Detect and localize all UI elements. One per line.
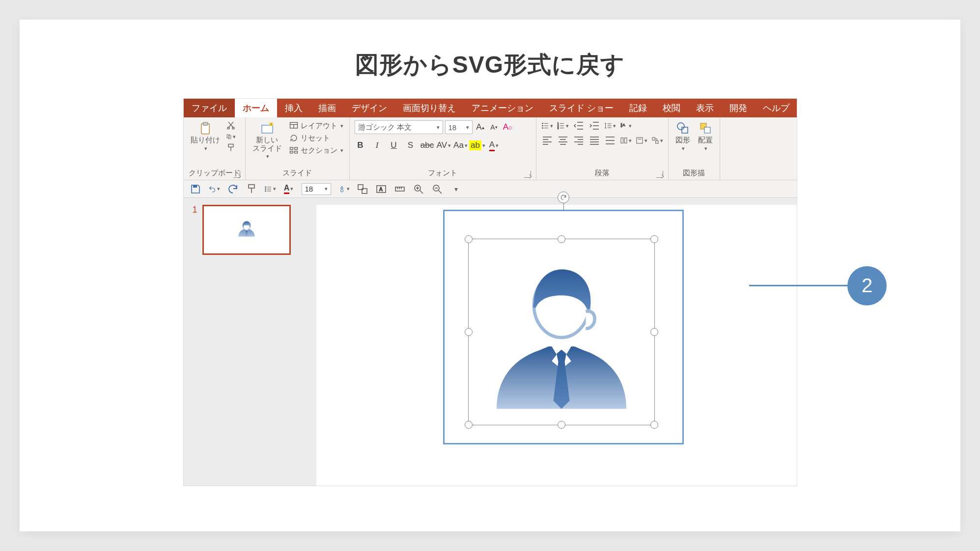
arrange-icon xyxy=(699,121,712,135)
align-text-icon[interactable]: ▾ xyxy=(636,135,647,146)
line-spacing-icon[interactable]: ▾ xyxy=(604,120,616,131)
tab-help[interactable]: ヘルプ xyxy=(755,99,797,117)
font-color-button[interactable]: A▾ xyxy=(488,140,500,151)
shadow-button[interactable]: S xyxy=(405,140,417,151)
resize-handle[interactable] xyxy=(650,235,658,243)
tab-home[interactable]: ホーム xyxy=(235,99,277,117)
svg-point-63 xyxy=(677,123,684,130)
resize-handle[interactable] xyxy=(650,328,658,336)
underline-button[interactable]: U xyxy=(388,140,400,151)
font-size-combo[interactable]: 18▾ xyxy=(445,120,473,134)
tab-review[interactable]: 校閲 xyxy=(655,99,688,117)
rotate-handle[interactable] xyxy=(558,192,569,203)
ribbon-tabs: ファイル ホーム 挿入 描画 デザイン 画面切り替え アニメーション スライド … xyxy=(184,99,797,117)
shapes-qat-icon[interactable]: ▾ xyxy=(338,183,350,195)
tab-developer[interactable]: 開発 xyxy=(722,99,755,117)
section-icon xyxy=(289,145,299,155)
resize-handle[interactable] xyxy=(558,235,565,243)
selection-inner[interactable] xyxy=(468,239,655,425)
resize-handle[interactable] xyxy=(558,421,565,429)
columns-icon[interactable]: ▾ xyxy=(620,135,632,146)
outdent-icon[interactable] xyxy=(573,120,585,131)
resize-handle[interactable] xyxy=(650,421,658,429)
smartart-icon[interactable]: ▾ xyxy=(651,135,663,146)
font-name-combo[interactable]: 游ゴシック 本文▾ xyxy=(355,120,443,134)
font-color-icon[interactable]: A▾ xyxy=(283,183,295,195)
tab-transitions[interactable]: 画面切り替え xyxy=(395,99,464,117)
step-number-badge: 2 xyxy=(847,266,887,305)
new-slide-button[interactable]: 新しい スライド ▾ xyxy=(251,120,284,161)
svg-point-3 xyxy=(232,127,234,129)
shrink-font-icon[interactable]: A▾ xyxy=(488,122,500,133)
tutorial-slide: 図形からSVG形式に戻す ファイル ホーム 挿入 描画 デザイン 画面切り替え … xyxy=(20,20,960,531)
resize-handle[interactable] xyxy=(465,235,473,243)
tab-slideshow[interactable]: スライド ショー xyxy=(541,99,621,117)
strike-button[interactable]: abc xyxy=(421,140,433,151)
align-left-icon[interactable] xyxy=(541,135,553,146)
group-icon[interactable] xyxy=(357,183,368,195)
qat-more-icon[interactable]: ▾ xyxy=(450,183,462,195)
change-case-button[interactable]: Aa▾ xyxy=(455,140,467,151)
qat-font-size[interactable]: 18▾ xyxy=(302,183,331,195)
text-box-icon[interactable]: A xyxy=(375,183,387,195)
zoom-in-icon[interactable] xyxy=(413,183,424,195)
format-painter-icon[interactable] xyxy=(246,183,257,195)
highlight-button[interactable]: ab▾ xyxy=(472,140,483,151)
paste-button[interactable]: 貼り付け ▾ xyxy=(189,120,222,153)
text-direction-icon[interactable]: ‖A▾ xyxy=(620,120,632,131)
format-painter-icon[interactable] xyxy=(226,143,236,153)
indent-icon[interactable] xyxy=(588,120,600,131)
tab-design[interactable]: デザイン xyxy=(344,99,395,117)
cut-icon[interactable] xyxy=(226,120,236,130)
italic-button[interactable]: I xyxy=(371,140,383,151)
resize-handle[interactable] xyxy=(465,328,473,336)
numbering-icon[interactable]: 123▾ xyxy=(557,120,569,131)
svg-text:A: A xyxy=(379,187,383,192)
zoom-out-icon[interactable] xyxy=(431,183,443,195)
svg-rect-6 xyxy=(228,144,233,147)
svg-rect-66 xyxy=(704,127,710,133)
reset-button[interactable]: リセット xyxy=(288,133,344,143)
dialog-launcher-icon[interactable] xyxy=(656,171,663,178)
justify-icon[interactable] xyxy=(588,135,600,146)
resize-handle[interactable] xyxy=(465,421,473,429)
arrange-button[interactable]: 配置 ▾ xyxy=(696,120,715,153)
svg-rect-68 xyxy=(249,185,254,188)
group-paragraph: ▾ 123▾ ▾ ‖A▾ xyxy=(536,117,669,180)
tab-draw[interactable]: 描画 xyxy=(310,99,344,117)
distribute-icon[interactable] xyxy=(604,135,616,146)
ruler-icon[interactable] xyxy=(394,183,406,195)
slide-edit-area[interactable] xyxy=(316,205,797,486)
dialog-launcher-icon[interactable] xyxy=(233,171,240,178)
bullets-icon[interactable]: ▾ xyxy=(264,183,276,195)
tab-file[interactable]: ファイル xyxy=(184,99,235,117)
tab-insert[interactable]: 挿入 xyxy=(277,99,310,117)
clear-format-icon[interactable]: A◇ xyxy=(502,122,514,133)
group-font: 游ゴシック 本文▾ 18▾ A▴ A▾ A◇ B I U xyxy=(350,117,536,180)
person-svg-graphic[interactable] xyxy=(480,255,643,417)
char-spacing-button[interactable]: AV▾ xyxy=(438,140,450,151)
align-right-icon[interactable] xyxy=(573,135,585,146)
copy-icon[interactable]: ▾ xyxy=(226,132,236,141)
tab-view[interactable]: 表示 xyxy=(688,99,722,117)
redo-icon[interactable] xyxy=(227,183,239,195)
bullets-icon[interactable]: ▾ xyxy=(541,120,553,131)
shapes-button[interactable]: 図形 ▾ xyxy=(673,120,692,153)
tab-animations[interactable]: アニメーション xyxy=(464,99,541,117)
slide-thumbnail-1[interactable] xyxy=(202,205,291,255)
section-button[interactable]: セクション▾ xyxy=(288,145,344,156)
layout-button[interactable]: レイアウト▾ xyxy=(288,120,344,131)
group-slides: 新しい スライド ▾ レイアウト▾ リセット xyxy=(246,117,350,180)
bold-button[interactable]: B xyxy=(355,140,366,151)
thumbnail-pane[interactable]: 1 xyxy=(184,198,316,486)
svg-text:‖A: ‖A xyxy=(620,123,625,127)
tab-record[interactable]: 記録 xyxy=(621,99,655,117)
save-icon[interactable] xyxy=(190,183,201,195)
group-label-slides: スライド xyxy=(251,167,344,179)
undo-icon[interactable]: ▾ xyxy=(208,183,220,195)
selection-outer[interactable] xyxy=(443,210,684,444)
align-center-icon[interactable] xyxy=(557,135,569,146)
grow-font-icon[interactable]: A▴ xyxy=(475,122,486,133)
chevron-down-icon: ▾ xyxy=(466,124,469,131)
dialog-launcher-icon[interactable] xyxy=(524,171,531,178)
